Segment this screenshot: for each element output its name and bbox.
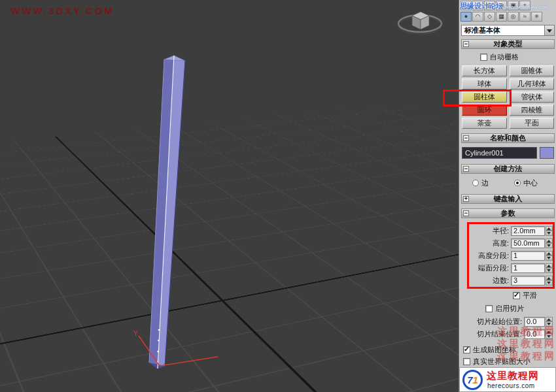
watermark-forum-name: 思缘设计论坛: [460, 1, 503, 11]
collapse-icon[interactable]: [463, 166, 469, 172]
object-color-swatch[interactable]: [540, 147, 554, 159]
autogrid-label: 自动栅格: [490, 52, 519, 62]
category-shapes-icon[interactable]: ◠: [472, 12, 483, 22]
3d-viewport[interactable]: Y: [0, 0, 459, 392]
expand-icon[interactable]: [463, 196, 469, 202]
button-sphere[interactable]: 球体: [462, 78, 507, 90]
edge-label: 边: [481, 178, 489, 188]
category-lights-icon[interactable]: ◇: [484, 12, 495, 22]
button-teapot[interactable]: 茶壶: [462, 118, 507, 129]
slice-on-label: 启用切片: [495, 304, 524, 314]
rollout-keyboard-entry[interactable]: 键盘输入: [461, 194, 555, 204]
slice-on-row: 启用切片: [485, 304, 524, 313]
stamp-line: 这里教程网: [497, 350, 556, 362]
highlight-box-cylinder: [443, 90, 512, 106]
smooth-row: 平滑: [513, 291, 537, 300]
object-name-field[interactable]: Cylinder001: [462, 147, 537, 159]
home-grid: [0, 0, 459, 392]
watermark-3dxy: WWW.3DXY.COM: [10, 5, 114, 16]
watermark-stamp: 这里教程网 这里教程网 这里教程网: [497, 325, 556, 362]
app-screen: Y ▸ ◠ ▤ ◉ ▣ + ● ◠ ◇ ▦ ◎ ≈ ✳ 标准基本体: [0, 0, 556, 392]
creation-method-center: 中心: [514, 178, 538, 188]
center-label: 中心: [523, 178, 538, 188]
collapse-icon[interactable]: [463, 210, 469, 216]
rollout-parameters[interactable]: 参数: [461, 208, 555, 218]
category-geometry-icon[interactable]: ●: [460, 12, 472, 22]
rollout-object-type[interactable]: 对象类型: [461, 39, 555, 49]
rollout-creation-method-title: 创建方法: [494, 164, 523, 174]
badge-7: 7: [467, 374, 472, 385]
category-cameras-icon[interactable]: ▦: [496, 12, 507, 22]
rollout-object-type-title: 对象类型: [494, 39, 523, 49]
autogrid-row: 自动栅格: [480, 52, 519, 61]
stamp-line: 这里教程网: [497, 325, 556, 337]
category-spacewarps-icon[interactable]: ≈: [519, 12, 530, 22]
button-plane[interactable]: 平面: [510, 118, 554, 129]
badge-1: 1: [473, 374, 478, 385]
logo-url: herecours.com: [487, 382, 535, 389]
rollout-name-color-title: 名称和颜色: [490, 133, 526, 143]
logo-badge-icon: 71: [462, 370, 483, 390]
watermark-forum-url: WWW.MISSYUAN.COM: [505, 5, 547, 9]
button-cone[interactable]: 圆锥体: [510, 65, 554, 76]
rollout-parameters-title: 参数: [501, 208, 515, 218]
collapse-icon[interactable]: [463, 41, 469, 47]
center-radio[interactable]: [514, 180, 521, 186]
rollout-name-color[interactable]: 名称和颜色: [461, 133, 555, 143]
button-tube[interactable]: 管状体: [510, 91, 554, 103]
generate-mapping-checkbox[interactable]: [463, 346, 470, 353]
button-geosphere[interactable]: 几何球体: [510, 78, 554, 90]
button-box[interactable]: 长方体: [462, 65, 507, 76]
dropdown-arrow-icon[interactable]: [544, 25, 554, 35]
smooth-checkbox[interactable]: [513, 292, 520, 299]
slice-on-checkbox[interactable]: [485, 305, 493, 312]
collapse-icon[interactable]: [463, 135, 469, 141]
autogrid-checkbox[interactable]: [480, 54, 487, 61]
rollout-creation-method[interactable]: 创建方法: [461, 164, 555, 174]
stamp-line: 这里教程网: [497, 337, 556, 350]
category-systems-icon[interactable]: ✳: [531, 12, 542, 22]
create-categories: ● ◠ ◇ ▦ ◎ ≈ ✳: [460, 12, 542, 22]
creation-method-edge: 边: [472, 178, 489, 188]
logo-title: 这里教程网: [487, 370, 539, 382]
button-pyramid[interactable]: 四棱锥: [510, 105, 554, 116]
smooth-label: 平滑: [523, 291, 537, 301]
primitive-type-value: 标准基本体: [462, 25, 544, 35]
primitive-type-dropdown[interactable]: 标准基本体: [461, 25, 555, 36]
rollout-keyboard-entry-title: 键盘输入: [494, 194, 523, 204]
viewport-gizmo-icon[interactable]: [398, 12, 442, 34]
real-world-checkbox[interactable]: [463, 358, 470, 365]
edge-radio[interactable]: [472, 180, 479, 186]
category-helpers-icon[interactable]: ◎: [508, 12, 519, 22]
herecours-logo: 71 这里教程网 herecours.com: [459, 367, 556, 392]
watermark-forum: 思缘设计论坛 WWW.MISSYUAN.COM: [460, 1, 547, 11]
highlight-box-parameters: [467, 222, 555, 289]
